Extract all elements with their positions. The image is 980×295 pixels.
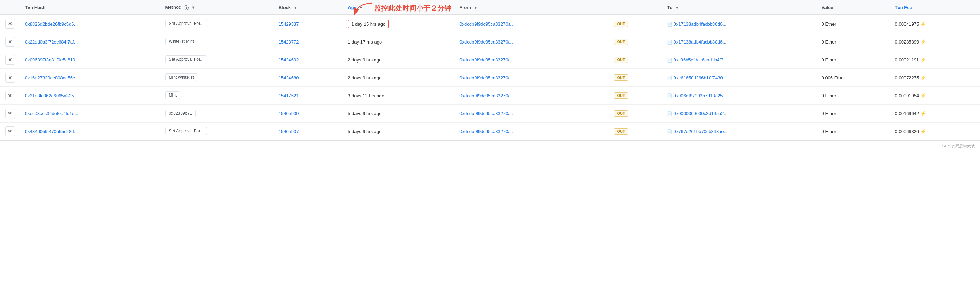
age-value: 2 days 9 hrs ago xyxy=(348,75,382,81)
fee-cell: 0.00285899 ⚡ xyxy=(890,33,980,51)
transactions-table-wrapper: Txn Hash Method i ▼ Block ▼ Age ▼ From xyxy=(0,0,980,152)
eye-button[interactable]: 👁 xyxy=(5,73,15,82)
method-badge: 0x32389b71 xyxy=(165,109,196,117)
to-address-link[interactable]: 0x17138adb4facbb88d6... xyxy=(673,39,726,44)
block-filter-icon[interactable]: ▼ xyxy=(294,6,298,10)
doc-icon: 📄 xyxy=(667,58,672,62)
to-address-link[interactable]: 0xe61650d266b10f7430... xyxy=(673,75,726,81)
method-filter-icon[interactable]: ▼ xyxy=(191,5,195,10)
value-cell: 0 Ether xyxy=(817,105,890,122)
lightning-icon: ⚡ xyxy=(920,129,926,134)
eye-button[interactable]: 👁 xyxy=(5,55,15,65)
fee-cell: 0.00021191 ⚡ xyxy=(890,51,980,69)
eye-button[interactable]: 👁 xyxy=(5,108,15,118)
age-value: 5 days 9 hrs ago xyxy=(348,129,382,134)
to-address-link[interactable]: 0x906ef87993b7ff18a25... xyxy=(673,93,726,98)
lightning-icon: ⚡ xyxy=(920,75,926,81)
fee-cell: 0.00091954 ⚡ xyxy=(890,87,980,105)
col-method-header: Method i ▼ xyxy=(161,0,274,15)
eye-button[interactable]: 👁 xyxy=(5,19,15,29)
lightning-icon: ⚡ xyxy=(920,111,926,116)
method-badge: Set Approval For... xyxy=(165,127,207,135)
col-txn-hash-header: Txn Hash xyxy=(20,0,161,15)
age-value: 3 days 12 hrs ago xyxy=(348,93,384,98)
from-address-link[interactable]: 0xdcdb9f9dc95ca33270a... xyxy=(460,111,514,116)
block-link[interactable]: 15405907 xyxy=(278,129,299,134)
txn-hash-link[interactable]: 0x31a3fc062e6065a325... xyxy=(25,93,78,98)
col-value-header: Value xyxy=(817,0,890,15)
col-to-header: To ▼ xyxy=(662,0,816,15)
direction-badge: OUT xyxy=(614,110,628,117)
to-address-link[interactable]: 0x17138adb4facbb88d6... xyxy=(673,21,726,27)
block-link[interactable]: 15424680 xyxy=(278,75,299,81)
table-header-row: Txn Hash Method i ▼ Block ▼ Age ▼ From xyxy=(0,0,980,15)
age-value: 5 days 9 hrs ago xyxy=(348,111,382,116)
method-label: Method xyxy=(165,5,181,10)
table-footer: CSDN @元思学大哦 xyxy=(0,141,980,152)
from-address-link[interactable]: 0xdcdb9f9dc95ca33270a... xyxy=(460,129,514,134)
block-link[interactable]: 15417521 xyxy=(278,93,299,98)
col-fee-header: Txn Fee xyxy=(890,0,980,15)
col-eye-header xyxy=(0,0,20,15)
direction-badge: OUT xyxy=(614,128,628,135)
txn-hash-link[interactable]: 0xec08cec34def0d4fc1e... xyxy=(25,111,78,116)
from-address-link[interactable]: 0xdcdb9f9dc95ca33270a... xyxy=(460,21,514,27)
to-label: To xyxy=(667,5,672,10)
block-link[interactable]: 15405909 xyxy=(278,111,299,116)
col-age-header[interactable]: Age ▼ xyxy=(343,0,455,15)
txn-hash-link[interactable]: 0x434d05f5470a65c28d... xyxy=(25,129,78,134)
fee-cell: 0.00041975 ⚡ xyxy=(890,15,980,33)
txn-hash-link[interactable]: 0x16a27329ae808dc56e... xyxy=(25,75,79,81)
direction-badge: OUT xyxy=(614,39,628,45)
to-filter-icon[interactable]: ▼ xyxy=(675,6,679,10)
eye-button[interactable]: 👁 xyxy=(5,127,15,136)
fee-cell: 0.00066326 ⚡ xyxy=(890,122,980,141)
block-link[interactable]: 15424692 xyxy=(278,57,299,62)
value-label: Value xyxy=(822,5,834,10)
fee-cell: 0.00072275 ⚡ xyxy=(890,69,980,87)
txn-hash-link[interactable]: 0x22dd0a3f72ec684f7af... xyxy=(25,39,78,44)
to-address-link[interactable]: 0x0000000000c2d145a2... xyxy=(673,111,727,116)
lightning-icon: ⚡ xyxy=(920,57,926,62)
from-address-link[interactable]: 0xdcdb9f9dc95ca33270a... xyxy=(460,75,514,81)
txn-hash-link[interactable]: 0x8826d2bde26fb9c5d6... xyxy=(25,21,78,27)
col-direction-header xyxy=(609,0,662,15)
txn-fee-label: Txn Fee xyxy=(895,5,912,10)
direction-badge: OUT xyxy=(614,57,628,63)
method-info-icon[interactable]: i xyxy=(184,5,189,10)
doc-icon: 📄 xyxy=(667,76,672,81)
to-address-link[interactable]: 0x767e261bb70cb893ae... xyxy=(673,129,727,134)
doc-icon: 📄 xyxy=(667,40,672,44)
age-label: Age xyxy=(348,5,356,10)
lightning-icon: ⚡ xyxy=(920,21,926,27)
method-badge: Set Approval For... xyxy=(165,56,207,63)
table-row: 👁0x16a27329ae808dc56e...Mint Whitelist15… xyxy=(0,69,980,87)
from-filter-icon[interactable]: ▼ xyxy=(474,6,477,10)
transactions-table: Txn Hash Method i ▼ Block ▼ Age ▼ From xyxy=(0,0,980,141)
age-value: 1 day 17 hrs ago xyxy=(348,39,382,44)
col-from-header: From ▼ xyxy=(455,0,609,15)
col-block-header: Block ▼ xyxy=(274,0,343,15)
value-cell: 0.006 Ether xyxy=(817,69,890,87)
txn-hash-label: Txn Hash xyxy=(25,5,46,10)
block-label: Block xyxy=(278,5,291,10)
value-cell: 0 Ether xyxy=(817,15,890,33)
from-address-link[interactable]: 0xdcdb9f9dc95ca33270a... xyxy=(460,93,514,98)
from-address-link[interactable]: 0xdcdb9f9dc95ca33270a... xyxy=(460,39,514,44)
block-link[interactable]: 15428772 xyxy=(278,39,299,44)
from-address-link[interactable]: 0xdcdb9f9dc95ca33270a... xyxy=(460,57,514,62)
direction-badge: OUT xyxy=(614,75,628,81)
direction-badge: OUT xyxy=(614,92,628,99)
table-row: 👁0x31a3fc062e6065a325...Mint154175213 da… xyxy=(0,87,980,105)
age-value: 1 day 15 hrs ago xyxy=(348,20,389,29)
direction-badge: OUT xyxy=(614,21,628,27)
block-link[interactable]: 15429337 xyxy=(278,21,299,27)
fee-cell: 0.00169642 ⚡ xyxy=(890,105,980,122)
doc-icon: 📄 xyxy=(667,129,672,134)
eye-button[interactable]: 👁 xyxy=(5,90,15,100)
value-cell: 0 Ether xyxy=(817,87,890,105)
eye-button[interactable]: 👁 xyxy=(5,37,15,47)
age-filter-icon[interactable]: ▼ xyxy=(359,6,363,10)
to-address-link[interactable]: 0xc36b5efdcc6abd1b4f3... xyxy=(673,57,727,62)
txn-hash-link[interactable]: 0x096897f3d31f0e5c610... xyxy=(25,57,79,62)
